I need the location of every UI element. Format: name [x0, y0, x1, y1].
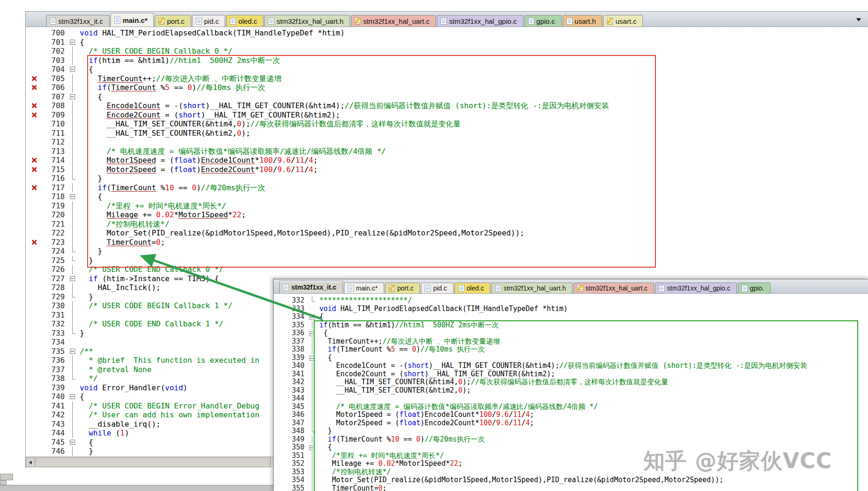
tab-stm32f1xx-hal-gpio-c[interactable]: stm32f1xx_hal_gpio.c — [437, 15, 523, 27]
tab-main-c[interactable]: main.c* — [344, 283, 385, 293]
line-number[interactable]: 740 — [43, 392, 69, 401]
fold-toggle[interactable] — [69, 438, 77, 447]
error-cross-mark[interactable] — [26, 165, 43, 174]
tab-stm32f1xx-hal-uart-h[interactable]: stm32f1xx_hal_uart.h — [491, 283, 572, 293]
code-text[interactable]: if(TimerCount %10 == 0)//每20ms执行一次 — [317, 436, 485, 444]
code-text[interactable]: { — [77, 92, 102, 102]
line-number[interactable]: 743 — [43, 420, 69, 429]
code-text[interactable] — [77, 311, 80, 320]
line-number[interactable]: 732 — [43, 319, 69, 329]
code-text[interactable]: Motor1Speed = (float)Encode1Count*100/9.… — [77, 156, 318, 165]
fold-toggle[interactable] — [69, 274, 77, 284]
line-number[interactable]: 746 — [43, 447, 69, 456]
fold-toggle[interactable] — [308, 329, 317, 338]
code-text[interactable]: /* 电机速度速度 = 编码器计数值*编码器读取频率/减速比/编码器线数/4倍频… — [317, 403, 598, 411]
code-text[interactable]: { — [317, 354, 332, 362]
code-text[interactable]: if (htim->Instance == TIM3) { — [77, 274, 219, 284]
line-number[interactable]: 701 — [43, 38, 69, 47]
line-number[interactable]: 705 — [43, 74, 69, 83]
code-text[interactable]: __HAL_TIM_SET_COUNTER(&htim4,0);//每次获得编码… — [77, 119, 461, 129]
error-cross-mark[interactable] — [26, 238, 43, 247]
code-text[interactable]: } — [77, 247, 102, 256]
code-text[interactable]: Motor2Speed = (float)Encode2Count*100/9.… — [77, 165, 318, 174]
error-cross-mark[interactable] — [26, 156, 43, 165]
line-number[interactable]: 725 — [43, 256, 69, 265]
line-number[interactable]: 345 — [280, 403, 308, 411]
line-number[interactable]: 730 — [43, 301, 69, 311]
fold-toggle[interactable] — [308, 443, 317, 452]
code-text[interactable]: if(htim == &htim1)//htim1 500HZ 2ms中断一次 — [77, 56, 280, 65]
code-text[interactable]: Motor1Speed = (float)Encode1Count*100/9.… — [317, 411, 534, 419]
code-text[interactable]: Mileage += 0.02*Motor1Speed*22; — [317, 460, 462, 468]
code-text[interactable]: TimerCount++;//每次进入中断 、中断计数变量递增 — [317, 338, 500, 346]
tab-stm32f1xx-hal-uart-h[interactable]: stm32f1xx_hal_uart.h — [264, 15, 350, 27]
line-number[interactable]: 716 — [43, 174, 69, 183]
line-number[interactable]: 719 — [43, 201, 69, 211]
line-number[interactable]: 739 — [43, 383, 69, 393]
line-number[interactable]: 723 — [43, 238, 69, 247]
line-number[interactable]: 341 — [280, 370, 308, 379]
code-text[interactable]: Encode2Count = (short)__HAL_TIM_GET_COUN… — [77, 111, 340, 120]
line-number[interactable]: 352 — [280, 460, 308, 468]
code-text[interactable]: if(TimerCount %10 == 0)//每20ms执行一次 — [77, 183, 265, 193]
code-text[interactable]: } — [77, 447, 93, 456]
code-text[interactable]: /* 电机速度速度 = 编码器计数值*编码器读取频率/减速比/编码器线数/4倍频… — [77, 147, 386, 156]
code-text[interactable]: { — [317, 329, 328, 338]
line-number[interactable]: 713 — [43, 147, 69, 156]
fold-toggle[interactable] — [69, 92, 77, 102]
line-number[interactable]: 344 — [280, 394, 308, 403]
fold-toggle[interactable] — [308, 354, 317, 362]
code-text[interactable]: if(htim == &htim1)//htim1 500HZ 2ms中断一次 — [317, 321, 499, 330]
code-text[interactable]: /* User can add his own implementation — [77, 410, 259, 420]
line-number[interactable]: 729 — [43, 292, 69, 302]
code-text[interactable]: TimerCount=0; — [77, 238, 165, 247]
line-number[interactable]: 350 — [280, 443, 308, 452]
code-text[interactable]: } — [77, 174, 102, 183]
error-cross-mark[interactable] — [26, 74, 43, 83]
line-number[interactable]: 744 — [43, 429, 69, 438]
code-text[interactable]: if(TimerCount %5 == 0)//每10ms 执行一次 — [317, 346, 485, 354]
line-number[interactable]: 333 — [280, 305, 308, 313]
line-number[interactable]: 726 — [43, 265, 69, 274]
code-text[interactable]: /*里程 += 时间*电机速度*周长*/ — [317, 452, 444, 460]
line-number[interactable]: 708 — [43, 101, 69, 111]
line-number[interactable]: 700 — [43, 28, 69, 38]
line-number[interactable]: 339 — [280, 354, 308, 362]
error-cross-mark[interactable] — [26, 101, 43, 111]
tab-stm32f1xx-it-c[interactable]: stm32f1xx_it.c — [46, 15, 110, 27]
tab-oled-c[interactable]: oled.c — [226, 15, 263, 27]
line-number[interactable]: 727 — [43, 274, 69, 284]
line-number[interactable]: 355 — [280, 484, 308, 491]
code-text[interactable]: Mileage += 0.02*Motor1Speed*22; — [77, 210, 246, 220]
line-number[interactable]: 741 — [43, 401, 69, 411]
line-number[interactable]: 351 — [280, 452, 308, 460]
tab-overflow-button[interactable] — [854, 16, 864, 23]
tab-pid-c[interactable]: pid.c — [192, 15, 226, 27]
tab-port-c[interactable]: port.c — [155, 15, 191, 27]
code-text[interactable]: Encode1Count = -(short)__HAL_TIM_GET_COU… — [77, 101, 609, 111]
code-text[interactable]: { — [77, 38, 84, 47]
line-number[interactable]: 346 — [280, 411, 308, 419]
code-text[interactable]: /* USER CODE BEGIN Callback 1 */ — [77, 301, 233, 311]
tab-usart-c[interactable]: usart.c — [603, 15, 643, 27]
code-text[interactable]: TimerCount=0; — [317, 484, 387, 491]
line-number[interactable]: 335 — [280, 321, 308, 330]
tab-usart-h[interactable]: usart.h — [563, 15, 603, 27]
line-number[interactable]: 734 — [43, 338, 69, 347]
line-number[interactable]: 742 — [43, 410, 69, 420]
line-number[interactable]: 745 — [43, 438, 69, 447]
code-text[interactable]: Motor2Speed = (float)Encode2Count*100/9.… — [317, 419, 534, 428]
code-text[interactable]: /*控制电机转速*/ — [77, 220, 169, 229]
line-number[interactable]: 707 — [43, 92, 69, 102]
line-number[interactable]: 722 — [43, 228, 69, 238]
tab-stm32f1xx-hal-uart-c[interactable]: stm32f1xx_hal_uart.c — [573, 283, 654, 293]
scroll-left-button[interactable] — [26, 457, 35, 467]
line-number[interactable]: 715 — [43, 165, 69, 174]
code-text[interactable]: } — [317, 427, 332, 436]
code-text[interactable]: } — [77, 329, 84, 338]
code-text[interactable]: } — [77, 256, 93, 265]
tab-pid-c[interactable]: pid.c — [421, 283, 454, 293]
code-text[interactable]: Motor_Set(PID_realize(&pidMotor1Speed,Mo… — [317, 476, 723, 484]
line-number[interactable]: 702 — [43, 47, 69, 56]
line-number[interactable]: 348 — [280, 427, 308, 436]
